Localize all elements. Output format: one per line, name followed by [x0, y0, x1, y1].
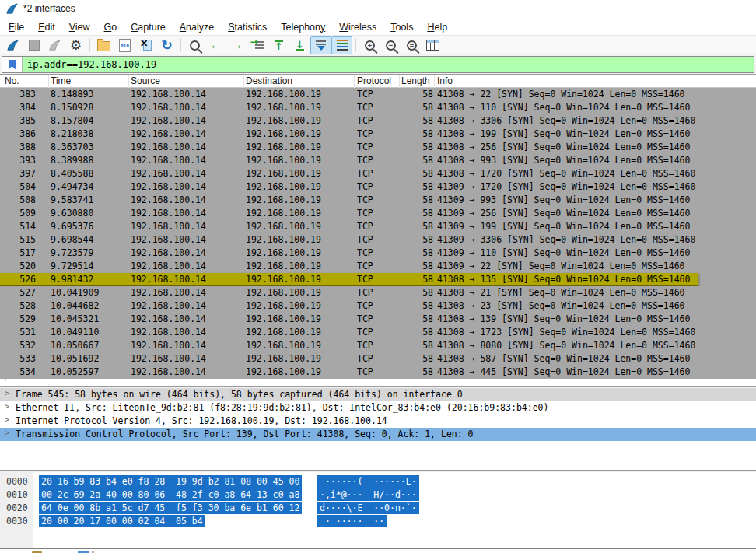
column-separator[interactable] — [243, 75, 244, 88]
stop-capture-button[interactable] — [23, 36, 44, 54]
zoom-out-button[interactable]: − — [380, 36, 401, 54]
menu-capture[interactable]: Capture — [124, 20, 172, 34]
menu-file[interactable]: File — [2, 20, 31, 34]
hex-ascii[interactable]: · ····· ·· — [317, 515, 387, 527]
filter-bookmark-button[interactable] — [2, 57, 23, 72]
menu-view[interactable]: View — [62, 20, 97, 34]
expand-chevron-icon[interactable]: > — [5, 415, 9, 424]
packet-row-397[interactable]: 3978.405588192.168.100.14192.168.100.19T… — [0, 167, 756, 180]
save-file-button[interactable]: 010 — [114, 36, 135, 54]
go-to-last-packet-button[interactable]: ↓ — [289, 36, 310, 54]
column-separator[interactable] — [354, 75, 355, 88]
menu-wireless[interactable]: Wireless — [332, 20, 383, 34]
cell-no: 529 — [0, 313, 36, 324]
hex-line-0030[interactable]: 003020 00 20 17 00 00 02 04 05 b4 · ····… — [0, 515, 756, 528]
detail-line-2[interactable]: >Internet Protocol Version 4, Src: 192.1… — [0, 415, 756, 428]
expand-chevron-icon[interactable]: > — [5, 429, 9, 437]
go-back-button[interactable]: ← — [205, 36, 226, 54]
packet-row-534[interactable]: 53410.052597192.168.100.14192.168.100.19… — [0, 366, 756, 379]
cell-src: 192.168.100.14 — [131, 168, 206, 179]
cell-no: 388 — [0, 142, 36, 152]
packet-row-533[interactable]: 53310.051692192.168.100.14192.168.100.19… — [0, 352, 756, 366]
cell-dst: 192.168.100.19 — [246, 247, 321, 258]
reload-button[interactable]: ↻ — [156, 36, 177, 54]
column-separator[interactable] — [434, 75, 435, 88]
packet-row-517[interactable]: 5179.723579192.168.100.14192.168.100.19T… — [0, 247, 756, 260]
hex-bytes[interactable]: 20 00 20 17 00 00 02 04 05 b4 — [39, 515, 205, 527]
zoom-in-button[interactable]: + — [359, 36, 380, 54]
menu-statistics[interactable]: Statistics — [221, 20, 274, 34]
hex-bytes[interactable]: 64 0e 00 8b a1 5c d7 45 f5 f3 30 ba 6e b… — [39, 502, 302, 514]
packet-row-531[interactable]: 53110.049110192.168.100.14192.168.100.19… — [0, 326, 756, 339]
go-forward-button[interactable]: → — [226, 36, 247, 54]
column-header-length[interactable]: Length — [401, 75, 430, 86]
resize-columns-button[interactable] — [422, 36, 443, 54]
packet-row-393[interactable]: 3938.389988192.168.100.14192.168.100.19T… — [0, 154, 756, 167]
packet-row-529[interactable]: 52910.045321192.168.100.14192.168.100.19… — [0, 313, 756, 326]
packet-row-527[interactable]: 52710.041909192.168.100.14192.168.100.19… — [0, 286, 756, 299]
colorize-toggle[interactable] — [331, 36, 352, 54]
auto-scroll-toggle[interactable] — [310, 36, 331, 54]
packet-row-386[interactable]: 3868.218038192.168.100.14192.168.100.19T… — [0, 128, 756, 141]
expand-chevron-icon[interactable]: > — [5, 389, 9, 397]
menu-edit[interactable]: Edit — [31, 20, 62, 34]
packet-row-532[interactable]: 53210.050667192.168.100.14192.168.100.19… — [0, 339, 756, 352]
find-packet-button[interactable] — [184, 36, 205, 54]
hex-bytes[interactable]: 00 2c 69 2a 40 00 80 06 48 2f c0 a8 64 1… — [39, 488, 302, 501]
packet-row-509[interactable]: 5099.630880192.168.100.14192.168.100.19T… — [0, 207, 756, 220]
packet-row-388[interactable]: 3888.363703192.168.100.14192.168.100.19T… — [0, 141, 756, 154]
expand-chevron-icon[interactable]: > — [5, 402, 9, 411]
detail-line-3[interactable]: >Transmission Control Protocol, Src Port… — [0, 428, 756, 441]
packet-row-385[interactable]: 3858.157804192.168.100.14192.168.100.19T… — [0, 114, 756, 128]
detail-line-0[interactable]: >Frame 545: 58 bytes on wire (464 bits),… — [0, 388, 756, 401]
column-header-destination[interactable]: Destination — [246, 75, 292, 86]
hex-bytes[interactable]: 20 16 b9 83 b4 e0 f8 28 19 9d b2 81 08 0… — [39, 475, 302, 488]
column-header-source[interactable]: Source — [131, 75, 160, 86]
restart-capture-button[interactable] — [44, 36, 65, 54]
hex-ascii[interactable]: d····\·E ··0·n·`· — [317, 502, 419, 514]
packet-row-514[interactable]: 5149.695376192.168.100.14192.168.100.19T… — [0, 220, 756, 233]
packet-row-520[interactable]: 5209.729514192.168.100.14192.168.100.19T… — [0, 260, 756, 273]
cell-len: 58 — [398, 142, 433, 152]
menu-telephony[interactable]: Telephony — [274, 20, 332, 34]
cell-src: 192.168.100.14 — [131, 181, 206, 192]
start-capture-button[interactable] — [2, 36, 23, 54]
column-separator[interactable] — [48, 75, 49, 88]
display-filter-input[interactable] — [23, 57, 754, 72]
cell-no: 509 — [0, 208, 36, 219]
hex-line-0000[interactable]: 000020 16 b9 83 b4 e0 f8 28 19 9d b2 81 … — [0, 475, 756, 488]
close-file-button[interactable]: × — [135, 36, 156, 54]
hex-ascii[interactable]: ·,i*@··· H/··d··· — [317, 488, 419, 501]
go-to-first-packet-button[interactable]: ↑ — [268, 36, 289, 54]
cell-proto: TCP — [357, 300, 373, 311]
column-separator[interactable] — [399, 75, 400, 88]
packet-row-515[interactable]: 5159.698544192.168.100.14192.168.100.19T… — [0, 233, 756, 247]
packet-row-383[interactable]: 3838.148893192.168.100.14192.168.100.19T… — [0, 88, 756, 101]
zoom-reset-button[interactable]: = — [401, 36, 422, 54]
detail-line-1[interactable]: >Ethernet II, Src: LiteonTe_9d:b2:81 (f8… — [0, 401, 756, 415]
menu-analyze[interactable]: Analyze — [173, 20, 221, 34]
cell-len: 58 — [398, 353, 433, 364]
packet-row-508[interactable]: 5089.583741192.168.100.14192.168.100.19T… — [0, 194, 756, 207]
cell-proto: TCP — [357, 221, 373, 232]
packet-row-384[interactable]: 3848.150928192.168.100.14192.168.100.19T… — [0, 101, 756, 114]
packet-row-528[interactable]: 52810.044682192.168.100.14192.168.100.19… — [0, 299, 756, 313]
hex-line-0010[interactable]: 001000 2c 69 2a 40 00 80 06 48 2f c0 a8 … — [0, 488, 756, 502]
column-header-no[interactable]: No. — [5, 75, 19, 86]
open-file-button[interactable] — [93, 36, 114, 54]
column-header-protocol[interactable]: Protocol — [357, 75, 391, 86]
column-header-info[interactable]: Info — [437, 75, 453, 86]
packet-row-504[interactable]: 5049.494734192.168.100.14192.168.100.19T… — [0, 180, 756, 194]
menu-help[interactable]: Help — [420, 20, 454, 34]
menu-tools[interactable]: Tools — [383, 20, 420, 34]
column-separator[interactable] — [128, 75, 129, 88]
hex-line-0020[interactable]: 002064 0e 00 8b a1 5c d7 45 f5 f3 30 ba … — [0, 502, 756, 515]
hex-ascii[interactable]: ······( ······E· — [317, 475, 419, 488]
packet-row-526[interactable]: 5269.981432192.168.100.14192.168.100.19T… — [0, 273, 756, 286]
column-header-time[interactable]: Time — [51, 75, 71, 86]
cell-no: 517 — [0, 247, 36, 258]
go-to-packet-button[interactable]: → — [247, 36, 268, 54]
menu-go[interactable]: Go — [97, 20, 124, 34]
capture-options-button[interactable]: ⚙ — [65, 36, 86, 54]
cell-dst: 192.168.100.19 — [246, 366, 321, 377]
